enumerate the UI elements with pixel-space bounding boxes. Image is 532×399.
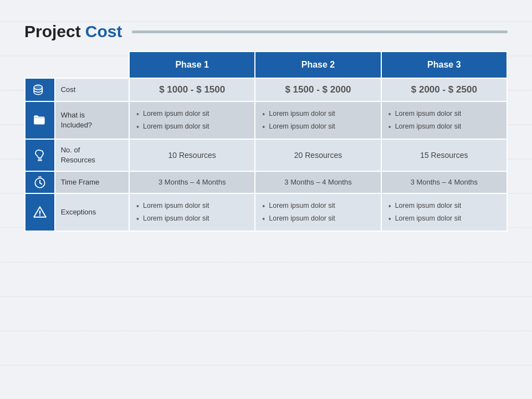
included-label: What isIncluded? (55, 101, 129, 139)
included-phase3: Lorem ipsum dolor sit Lorem ipsum dolor … (381, 101, 507, 139)
timeframe-label: Time Frame (55, 171, 129, 193)
title-divider (132, 30, 508, 33)
header-empty-label (55, 52, 129, 78)
title-cost: Cost (85, 22, 122, 41)
header-phase3: Phase 3 (381, 52, 507, 78)
resources-phase3: 15 Resources (381, 139, 507, 171)
exceptions-phase3: Lorem ipsum dolor sit Lorem ipsum dolor … (381, 193, 507, 231)
exceptions-phase1: Lorem ipsum dolor sit Lorem ipsum dolor … (129, 193, 255, 231)
timeframe-phase1: 3 Months – 4 Months (129, 171, 255, 193)
row-cost: Cost $ 1000 - $ 1500 $ 1500 - $ 2000 $ 2… (25, 78, 507, 101)
warning-icon (30, 202, 50, 222)
timeframe-phase3: 3 Months – 4 Months (381, 171, 507, 193)
row-resources: No. ofResources 10 Resources 20 Resource… (25, 139, 507, 171)
included-phase1: Lorem ipsum dolor sit Lorem ipsum dolor … (129, 101, 255, 139)
cost-phase1: $ 1000 - $ 1500 (129, 78, 255, 101)
cost-label: Cost (55, 78, 129, 101)
lightbulb-icon (30, 145, 50, 165)
clock-icon-cell (25, 171, 55, 193)
resources-phase2: 20 Resources (255, 139, 381, 171)
exceptions-phase2: Lorem ipsum dolor sit Lorem ipsum dolor … (255, 193, 381, 231)
header-empty-icon (25, 52, 55, 78)
cost-phase3: $ 2000 - $ 2500 (381, 78, 507, 101)
svg-line-5 (40, 183, 42, 184)
warning-icon-cell (25, 193, 55, 231)
clock-icon (30, 172, 50, 192)
svg-point-1 (34, 85, 42, 90)
resources-label: No. ofResources (55, 139, 129, 171)
folder-icon-cell (25, 101, 55, 139)
row-timeframe: Time Frame 3 Months – 4 Months 3 Months … (25, 171, 507, 193)
header-phase1: Phase 1 (129, 52, 255, 78)
exceptions-label: Exceptions (55, 193, 129, 231)
folder-icon (30, 110, 50, 130)
timeframe-phase2: 3 Months – 4 Months (255, 171, 381, 193)
resources-phase1: 10 Resources (129, 139, 255, 171)
row-exceptions: Exceptions Lorem ipsum dolor sit Lorem i… (25, 193, 507, 231)
coins-icon (30, 80, 50, 100)
header-phase2: Phase 2 (255, 52, 381, 78)
project-cost-table: Phase 1 Phase 2 Phase 3 (24, 51, 508, 232)
svg-point-8 (39, 215, 40, 216)
lightbulb-icon-cell (25, 139, 55, 171)
included-phase2: Lorem ipsum dolor sit Lorem ipsum dolor … (255, 101, 381, 139)
cost-icon-cell (25, 78, 55, 101)
row-included: What isIncluded? Lorem ipsum dolor sit L… (25, 101, 507, 139)
title-project: Project (24, 22, 81, 41)
cost-phase2: $ 1500 - $ 2000 (255, 78, 381, 101)
